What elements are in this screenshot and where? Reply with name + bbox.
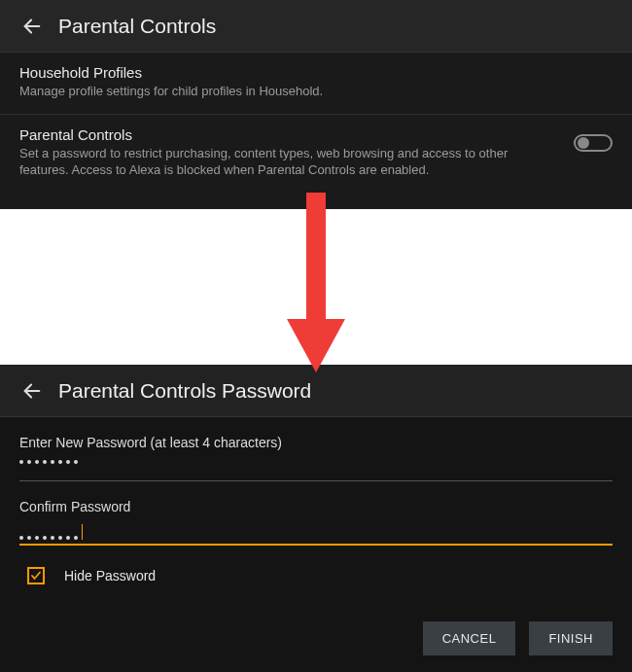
back-button[interactable] xyxy=(16,10,49,43)
section-title: Household Profiles xyxy=(19,64,613,81)
arrow-left-icon xyxy=(21,380,43,402)
confirm-password-input[interactable] xyxy=(19,524,613,546)
field-label: Confirm Password xyxy=(19,499,613,514)
page-title: Parental Controls xyxy=(58,15,216,38)
finish-button[interactable]: FINISH xyxy=(529,621,613,655)
password-screen: Parental Controls Password Enter New Pas… xyxy=(0,365,632,672)
section-desc: Set a password to restrict purchasing, c… xyxy=(19,145,544,179)
hide-password-label: Hide Password xyxy=(64,568,156,584)
confirm-password-field: Confirm Password xyxy=(0,481,632,546)
gap-area xyxy=(0,209,632,365)
toggle-knob xyxy=(578,137,589,149)
back-button[interactable] xyxy=(16,374,49,407)
parental-controls-toggle[interactable] xyxy=(574,134,613,152)
new-password-field: Enter New Password (at least 4 character… xyxy=(0,417,632,481)
header-bar: Parental Controls Password xyxy=(0,365,632,417)
cancel-button[interactable]: CANCEL xyxy=(423,621,516,655)
check-icon xyxy=(30,570,42,582)
arrow-left-icon xyxy=(21,16,43,37)
household-profiles-row[interactable]: Household Profiles Manage profile settin… xyxy=(0,53,632,115)
new-password-input[interactable] xyxy=(19,460,613,481)
hide-password-row: Hide Password xyxy=(0,546,632,594)
field-label: Enter New Password (at least 4 character… xyxy=(19,435,613,450)
hide-password-checkbox[interactable] xyxy=(27,567,45,584)
parental-controls-row[interactable]: Parental Controls Set a password to rest… xyxy=(0,115,632,193)
settings-screen: Parental Controls Household Profiles Man… xyxy=(0,0,632,209)
section-title: Parental Controls xyxy=(19,126,613,143)
button-row: CANCEL FINISH xyxy=(0,594,632,655)
section-desc: Manage profile settings for child profil… xyxy=(19,83,544,100)
page-title: Parental Controls Password xyxy=(58,379,311,403)
header-bar: Parental Controls xyxy=(0,0,632,53)
